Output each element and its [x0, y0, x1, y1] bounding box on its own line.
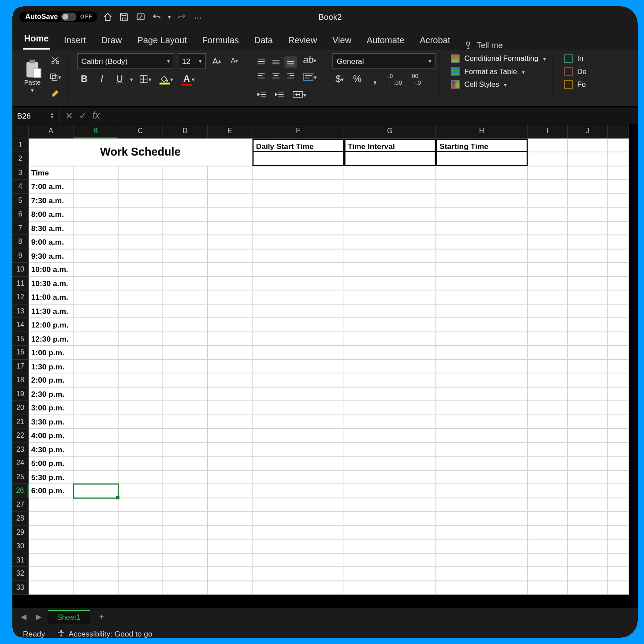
cell-C23[interactable]	[118, 443, 163, 456]
italic-button[interactable]: I	[95, 72, 109, 86]
cell-H32[interactable]	[436, 567, 528, 581]
sheet-nav-next-icon[interactable]: ▶	[32, 612, 45, 621]
cell-F13[interactable]	[253, 304, 344, 318]
currency-button[interactable]: $▾	[332, 72, 346, 86]
cell-B24[interactable]	[74, 456, 118, 470]
cell-H2[interactable]	[436, 152, 528, 166]
cell-K17[interactable]	[608, 360, 629, 373]
decrease-font-button[interactable]: A▾	[227, 54, 241, 68]
cell-E28[interactable]	[208, 512, 252, 525]
cell-I7[interactable]	[528, 221, 568, 235]
row-header-27[interactable]: 27	[12, 498, 29, 511]
cell-I18[interactable]	[528, 373, 568, 387]
cell-D15[interactable]	[163, 332, 208, 346]
row-header-12[interactable]: 12	[12, 290, 29, 304]
cell-D29[interactable]	[163, 525, 208, 539]
increase-font-button[interactable]: A▴	[209, 54, 223, 68]
cell-K1[interactable]	[608, 138, 629, 152]
cell-K33[interactable]	[608, 581, 629, 595]
cell-B33[interactable]	[74, 581, 118, 595]
cell-G1[interactable]: Time Interval	[344, 138, 436, 152]
row-header-6[interactable]: 6	[12, 208, 29, 221]
cell-B29[interactable]	[74, 525, 118, 539]
cell-K15[interactable]	[608, 332, 629, 346]
cell-A26[interactable]: 6:00 p.m.	[29, 484, 73, 498]
cell-B23[interactable]	[74, 443, 118, 456]
cell-I32[interactable]	[528, 567, 568, 581]
cell-A11[interactable]: 10:30 a.m.	[29, 276, 73, 290]
cell-F3[interactable]	[253, 166, 344, 179]
cell-D7[interactable]	[163, 221, 208, 235]
cell-K30[interactable]	[608, 540, 629, 553]
cell-A5[interactable]: 7:30 a.m.	[29, 194, 73, 207]
cell-J33[interactable]	[568, 581, 608, 595]
namebox-spinner-icon[interactable]: ▲▼	[50, 112, 54, 119]
cell-F24[interactable]	[253, 456, 344, 470]
cell-C8[interactable]	[118, 235, 163, 249]
cell-F28[interactable]	[253, 512, 344, 525]
cell-D33[interactable]	[163, 581, 208, 595]
row-header-25[interactable]: 25	[12, 470, 29, 484]
cell-A3[interactable]: Time	[29, 166, 73, 179]
cell-E18[interactable]	[208, 373, 252, 387]
cell-A22[interactable]: 4:00 p.m.	[29, 429, 73, 443]
cell-D5[interactable]	[163, 194, 208, 207]
percent-button[interactable]: %	[350, 72, 364, 86]
cell-D18[interactable]	[163, 373, 208, 387]
cell-H14[interactable]	[436, 318, 528, 332]
cell-I33[interactable]	[528, 581, 568, 595]
column-header-J[interactable]: J	[568, 124, 608, 138]
cell-I24[interactable]	[528, 456, 568, 470]
cell-F7[interactable]	[253, 221, 344, 235]
cell-E11[interactable]	[208, 276, 252, 290]
cell-E9[interactable]	[208, 249, 252, 263]
cell-J30[interactable]	[568, 540, 608, 553]
formula-input[interactable]	[106, 108, 638, 124]
cell-D16[interactable]	[163, 346, 208, 359]
cell-A28[interactable]	[29, 512, 73, 525]
cell-F5[interactable]	[253, 194, 344, 207]
cell-F19[interactable]	[253, 387, 344, 401]
merge-button[interactable]: ▾	[290, 87, 308, 101]
cell-D20[interactable]	[163, 401, 208, 415]
cell-C10[interactable]	[118, 263, 163, 276]
cell-F1[interactable]: Daily Start Time	[253, 138, 344, 152]
cell-D9[interactable]	[163, 249, 208, 263]
cell-H24[interactable]	[436, 456, 528, 470]
cell-A19[interactable]: 2:30 p.m.	[29, 387, 73, 401]
cell-G24[interactable]	[344, 456, 436, 470]
cell-F2[interactable]	[253, 152, 344, 166]
cell-E12[interactable]	[208, 290, 252, 304]
cell-J23[interactable]	[568, 443, 608, 456]
cell-J19[interactable]	[568, 387, 608, 401]
cell-H9[interactable]	[436, 249, 528, 263]
cell-I14[interactable]	[528, 318, 568, 332]
cell-H4[interactable]	[436, 180, 528, 194]
align-center-button[interactable]	[270, 70, 283, 82]
cell-E27[interactable]	[208, 498, 252, 511]
cut-button[interactable]	[47, 53, 64, 67]
cell-A20[interactable]: 3:00 p.m.	[29, 401, 73, 415]
cell-B13[interactable]	[74, 304, 118, 318]
font-name-combo[interactable]: Calibri (Body)▾	[77, 53, 174, 69]
cell-E14[interactable]	[208, 318, 252, 332]
cell-J17[interactable]	[568, 360, 608, 373]
cell-G13[interactable]	[344, 304, 436, 318]
row-header-29[interactable]: 29	[12, 525, 29, 539]
cell-C19[interactable]	[118, 387, 163, 401]
cell-D24[interactable]	[163, 456, 208, 470]
row-header-4[interactable]: 4	[12, 180, 29, 194]
cell-B19[interactable]	[74, 387, 118, 401]
redo-icon[interactable]	[175, 11, 187, 23]
cell-G25[interactable]	[344, 470, 436, 484]
cell-I25[interactable]	[528, 470, 568, 484]
cell-I5[interactable]	[528, 194, 568, 207]
cell-E20[interactable]	[208, 401, 252, 415]
cell-F16[interactable]	[253, 346, 344, 359]
align-bottom-button[interactable]	[284, 56, 297, 68]
cell-B8[interactable]	[74, 235, 118, 249]
cell-G20[interactable]	[344, 401, 436, 415]
cell-F11[interactable]	[253, 276, 344, 290]
cell-G32[interactable]	[344, 567, 436, 581]
cell-A29[interactable]	[29, 525, 73, 539]
